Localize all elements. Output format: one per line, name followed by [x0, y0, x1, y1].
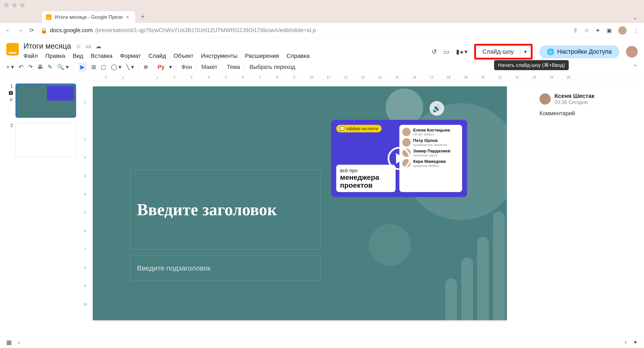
slide-canvas[interactable]: 🔊 💬оффер на почте всё про менеджера прое… [93, 86, 507, 320]
window-titlebar [0, 0, 644, 10]
video-thumbnail[interactable]: 💬оффер на почте всё про менеджера проект… [331, 120, 467, 197]
slides-logo[interactable] [6, 43, 19, 55]
traffic-max[interactable] [20, 3, 25, 7]
slideshow-highlight: Слайд-шоу ▾ [474, 44, 532, 59]
prev-slide-icon[interactable]: ‹ [18, 339, 20, 346]
select-tool-icon[interactable]: ▶ [78, 62, 87, 72]
subtitle-placeholder[interactable]: Введите подзаголовок [130, 256, 321, 281]
horizontal-ruler: 2112345678910111213141516171819202122232… [85, 75, 636, 80]
menu-slide[interactable]: Слайд [148, 53, 166, 59]
new-tab-button[interactable]: + [139, 12, 147, 21]
menu-file[interactable]: Файл [24, 53, 38, 59]
play-icon[interactable] [388, 147, 411, 170]
doc-title[interactable]: Итоги месяца [24, 42, 71, 50]
slides-favicon [46, 14, 52, 20]
menu-bar: Файл Правка Вид Вставка Формат Слайд Объ… [24, 53, 427, 59]
browser-tabs: Итоги месяца - Google Презе × + ⌄ [0, 10, 644, 23]
url-host: docs.google.com [50, 27, 93, 34]
cloud-status-icon[interactable]: ☁ [96, 43, 102, 50]
spellcheck-drop[interactable]: ▾ [169, 64, 172, 70]
slide-number-2: 2 [7, 123, 13, 128]
comment-badge-icon: 1 [9, 91, 13, 95]
extensions-icon[interactable]: ✦ [596, 27, 600, 34]
meet-icon[interactable]: ▮◂ ▾ [456, 48, 468, 55]
traffic-min[interactable] [12, 3, 17, 7]
globe-icon: 🌐 [547, 48, 554, 55]
url-path: /presentation/d/1-qp78zwChWsYUs3B1SUnl12… [95, 27, 316, 34]
star-icon[interactable]: ☆ [584, 27, 589, 34]
layout-button[interactable]: Макет [201, 64, 217, 70]
decorative-bars [445, 212, 505, 320]
kebab-icon[interactable]: ⋮ [633, 27, 638, 34]
shape-icon[interactable]: ◯ ▾ [111, 64, 122, 70]
share-label: Настройки Доступа [557, 48, 612, 55]
account-avatar[interactable] [626, 46, 638, 58]
commenter-name: Ксеня Шестак [554, 93, 594, 99]
comment-body: Комментарий [540, 110, 638, 117]
lock-icon: 🔒 [40, 27, 48, 34]
share-icon[interactable]: ⇧ [573, 27, 578, 34]
line-icon[interactable]: ╲ ▾ [126, 64, 134, 70]
undo-icon[interactable]: ↶ [18, 64, 24, 70]
image-icon[interactable]: ▢ [101, 64, 106, 70]
zoom-icon[interactable]: 🔍 ▾ [57, 64, 69, 70]
profile-avatar[interactable] [618, 26, 627, 35]
star-doc-icon[interactable]: ☆ [76, 43, 81, 50]
tabs-overflow-icon[interactable]: ⌄ [633, 14, 638, 21]
title-placeholder[interactable]: Введите заголовок [130, 170, 321, 249]
slide-panel: 1 1 ⊘ 2 [0, 80, 82, 336]
comment-time: 20:36 Сегодня [554, 99, 594, 105]
video-badge: 💬оффер на почте [336, 125, 382, 132]
collapse-toolbar-icon[interactable]: ⌃ [633, 64, 638, 70]
sidepanel-icon[interactable]: ▣ [606, 27, 612, 34]
menu-extensions[interactable]: Расширения [245, 53, 279, 59]
explore-icon[interactable]: ✦ [633, 339, 638, 346]
traffic-close[interactable] [4, 3, 9, 7]
share-button[interactable]: 🌐 Настройки Доступа [539, 45, 619, 58]
transition-button[interactable]: Выбрать переход [250, 64, 295, 70]
svg-rect-1 [47, 18, 50, 18]
menu-object[interactable]: Объект [174, 53, 194, 59]
menu-edit[interactable]: Правка [45, 53, 65, 59]
redo-icon[interactable]: ↷ [28, 64, 33, 70]
history-icon[interactable]: ↺ [432, 48, 437, 55]
slideshow-tooltip: Начать слайд-шоу (⌘+Ввод) [494, 60, 569, 70]
menu-tools[interactable]: Инструменты [201, 53, 238, 59]
nav-back-icon[interactable]: ← [6, 27, 11, 34]
slideshow-button[interactable]: Слайд-шоу [476, 45, 520, 58]
slide-thumbnail-2[interactable] [16, 123, 76, 157]
next-slide-icon[interactable]: › [625, 339, 627, 346]
comment-add-icon[interactable]: ⊕ [144, 64, 148, 70]
comments-icon[interactable]: ▭ [444, 48, 449, 55]
menu-insert[interactable]: Вставка [91, 53, 112, 59]
spellcheck-icon[interactable]: Py [158, 64, 164, 70]
commenter-avatar [540, 93, 551, 105]
nav-reload-icon[interactable]: ⟳ [29, 27, 34, 34]
subtitle-text: Введите подзаголовок [137, 264, 210, 272]
background-button[interactable]: Фон [182, 64, 192, 70]
move-doc-icon[interactable]: ▭ [86, 43, 91, 50]
grid-view-icon[interactable]: ▦ [6, 339, 12, 346]
theme-button[interactable]: Тема [227, 64, 240, 70]
menu-view[interactable]: Вид [72, 53, 83, 59]
title-text: Введите заголовок [137, 200, 277, 219]
audio-badge-icon: ⊘ [10, 97, 13, 102]
menu-format[interactable]: Формат [120, 53, 141, 59]
slide-number-1: 1 [7, 83, 13, 89]
slideshow-dropdown[interactable]: ▾ [520, 46, 531, 58]
audio-play-icon[interactable]: 🔊 [430, 101, 444, 116]
decorative-circle [369, 224, 411, 266]
browser-tab[interactable]: Итоги месяца - Google Презе × [42, 11, 135, 23]
vertical-ruler: 112345678910 [82, 80, 89, 336]
textbox-icon[interactable]: ⊞ [91, 64, 96, 70]
print-icon[interactable]: 🖶 [38, 64, 43, 70]
tab-title: Итоги месяца - Google Презе [55, 14, 123, 20]
status-bar: ▦ ‹ › ✦ [0, 336, 644, 348]
paint-format-icon[interactable]: ✎ [48, 64, 52, 70]
nav-forward-icon[interactable]: → [17, 27, 23, 34]
menu-help[interactable]: Справка [287, 53, 310, 59]
url-field[interactable]: 🔒 docs.google.com/presentation/d/1-qp78z… [40, 27, 567, 34]
slide-thumbnail-1[interactable] [16, 83, 76, 118]
new-slide-button[interactable]: + ▾ [6, 64, 14, 70]
close-tab-icon[interactable]: × [126, 14, 129, 20]
